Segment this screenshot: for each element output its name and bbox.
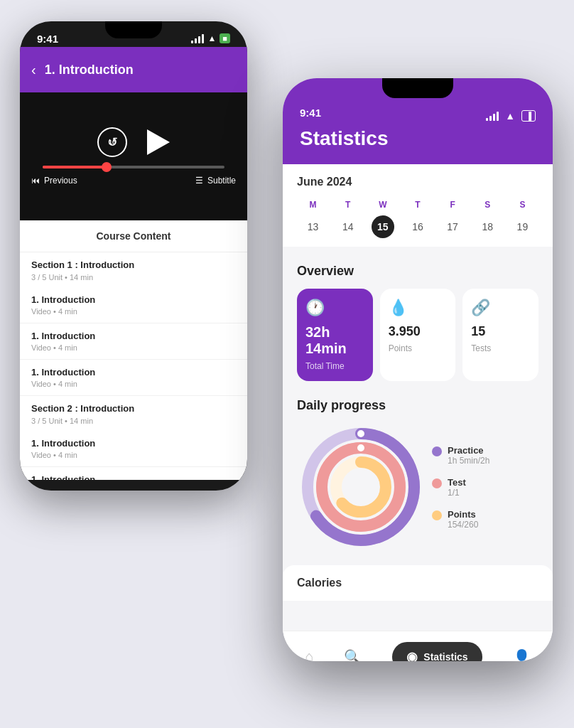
course-item-sub: Video • 4 min (31, 451, 236, 459)
svg-point-6 (357, 429, 365, 438)
calories-section-preview: Calories (283, 565, 553, 601)
course-item-title: 1. Introduction (31, 367, 236, 378)
statistics-icon: ◉ (406, 649, 418, 662)
cal-header-s2: S (507, 197, 538, 213)
front-battery-icon: ▐ (521, 110, 536, 122)
legend-points: Points 154/260 (432, 509, 489, 530)
course-item-sub: Video • 4 min (31, 307, 236, 316)
legend-test: Test 1/1 (432, 477, 489, 498)
cal-day-13[interactable]: 13 (302, 215, 325, 238)
progress-bar[interactable] (43, 166, 224, 168)
cal-day-15[interactable]: 15 (372, 215, 394, 238)
legend-practice: Practice 1h 5min/2h (432, 445, 489, 466)
points-card: 💧 3.950 Points (380, 289, 456, 381)
cal-day-14[interactable]: 14 (337, 215, 359, 238)
tests-value: 15 (471, 324, 530, 339)
list-item[interactable]: 1. Introduction Video • 4 min (20, 431, 247, 467)
video-bottom-controls: ⏮ Previous ☰ Subtitle (31, 176, 236, 186)
subtitle-button[interactable]: ☰ Subtitle (195, 176, 236, 186)
bottom-nav: ⌂ 🔍 ◉ Statistics 👤 (283, 631, 553, 661)
list-item[interactable]: 1. Introduction Video • 4 min (20, 467, 247, 480)
front-status-time: 9:41 (300, 107, 321, 122)
overview-cards: 🕐 32h 14min Total Time 💧 3.950 Points 🔗 … (297, 289, 538, 381)
subtitle-label: Subtitle (207, 176, 236, 186)
course-item-title: 1. Introduction (31, 294, 236, 305)
points-dot (432, 510, 442, 520)
cal-header-w: W (367, 197, 399, 213)
cal-header-f: F (437, 197, 469, 213)
front-wifi-icon: ▲ (505, 110, 515, 122)
notch-front (382, 78, 453, 98)
nav-home[interactable]: ⌂ (305, 648, 313, 661)
cal-day-17[interactable]: 17 (441, 215, 464, 238)
front-status-bar: 9:41 ▲ ▐ (283, 107, 553, 122)
calendar-month: June 2024 (297, 176, 538, 188)
wifi-icon: ▲ (207, 33, 216, 43)
cal-day-16[interactable]: 16 (406, 215, 429, 238)
tests-card: 🔗 15 Tests (462, 289, 538, 381)
home-icon: ⌂ (305, 648, 313, 661)
points-icon: 💧 (389, 299, 448, 317)
course-item-title: 1. Introduction (31, 331, 236, 341)
video-controls: 10 (97, 127, 170, 157)
daily-progress-section: Daily progress (283, 392, 553, 562)
points-legend-title: Points (448, 509, 478, 520)
progress-track (43, 166, 224, 168)
test-text: Test 1/1 (448, 477, 466, 498)
practice-text: Practice 1h 5min/2h (448, 445, 489, 466)
daily-progress-label: Daily progress (297, 398, 538, 413)
course-item-sub: Video • 4 min (31, 380, 236, 388)
rings-svg (297, 423, 425, 551)
status-time-back: 9:41 (37, 33, 58, 45)
replay-button[interactable]: 10 (97, 127, 127, 157)
test-sub: 1/1 (448, 488, 466, 498)
section-sub-2: 3 / 5 Unit • 14 min (20, 417, 247, 431)
daily-content: Practice 1h 5min/2h Test 1/1 (297, 423, 538, 551)
back-arrow-icon[interactable]: ‹ (31, 62, 36, 78)
cal-header-t1: T (332, 197, 364, 213)
total-time-card: 🕐 32h 14min Total Time (297, 289, 373, 381)
nav-profile[interactable]: 👤 (513, 648, 531, 662)
front-phone: 9:41 ▲ ▐ Statistics June 2024 M (283, 78, 553, 661)
list-item[interactable]: 1. Introduction Video • 4 min (20, 287, 247, 323)
back-phone: 9:41 ▲ ■ ‹ 1. Introduction 10 (20, 21, 247, 491)
back-header: ‹ 1. Introduction (20, 47, 247, 92)
notch-back (105, 21, 162, 38)
calories-label: Calories (297, 577, 538, 589)
cal-day-18[interactable]: 18 (476, 215, 499, 238)
progress-thumb (102, 162, 112, 172)
total-time-label: Total Time (305, 361, 364, 371)
overview-label: Overview (297, 264, 538, 279)
test-title: Test (448, 477, 466, 488)
course-content-label: Course Content (20, 220, 247, 252)
previous-button[interactable]: ⏮ Previous (31, 176, 77, 186)
section-sub-1: 3 / 5 Unit • 14 min (20, 273, 247, 287)
video-player: 10 ⏮ Previous ☰ Subtitle (20, 92, 247, 220)
scroll-area[interactable]: June 2024 M T W T F S S 13 14 15 16 17 1… (283, 164, 553, 631)
total-time-value: 32h 14min (305, 324, 364, 357)
calendar-inner: June 2024 M T W T F S S 13 14 15 16 17 1… (283, 164, 553, 247)
battery-icon: ■ (220, 33, 230, 43)
stats-header: Statistics (283, 122, 553, 164)
calendar-section: June 2024 M T W T F S S 13 14 15 16 17 1… (283, 164, 553, 247)
signal-icon (191, 34, 204, 43)
cal-header-m: M (297, 197, 329, 213)
practice-dot (432, 446, 442, 456)
status-icons-back: ▲ ■ (191, 33, 230, 43)
nav-search[interactable]: 🔍 (344, 648, 362, 662)
play-button[interactable] (147, 129, 170, 155)
list-item[interactable]: 1. Introduction Video • 4 min (20, 360, 247, 396)
course-item-sub: Video • 4 min (31, 343, 236, 352)
previous-icon: ⏮ (31, 176, 40, 186)
points-value: 3.950 (389, 324, 448, 339)
practice-title: Practice (448, 445, 489, 456)
chart-legend: Practice 1h 5min/2h Test 1/1 (432, 445, 489, 530)
cal-day-19[interactable]: 19 (511, 215, 534, 238)
cal-header-t2: T (401, 197, 433, 213)
nav-statistics-active[interactable]: ◉ Statistics (392, 642, 482, 662)
practice-sub: 1h 5min/2h (448, 456, 489, 466)
profile-icon: 👤 (513, 648, 531, 662)
time-icon: 🕐 (305, 299, 364, 317)
list-item[interactable]: 1. Introduction Video • 4 min (20, 323, 247, 360)
course-item-title: 1. Introduction (31, 438, 236, 449)
